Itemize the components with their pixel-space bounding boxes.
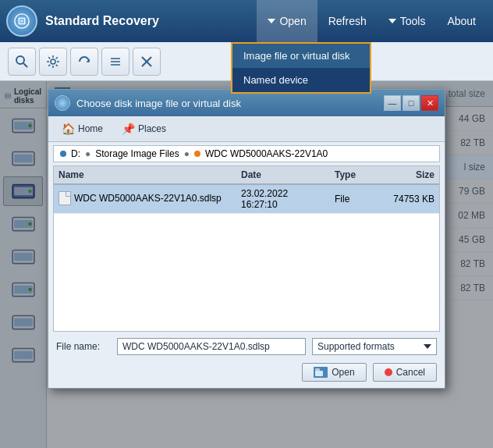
format-select[interactable]: Supported formats: [312, 338, 437, 355]
format-select-arrow-icon: [424, 344, 431, 349]
menu-about[interactable]: About: [436, 0, 487, 42]
file-chooser-modal: Choose disk image file or virtual disk —…: [48, 89, 445, 389]
breadcrumb-dot-drive: [60, 151, 66, 157]
home-icon: 🏠: [62, 123, 75, 135]
breadcrumb-folder2: WDC WD5000AAKS-22V1A0: [205, 148, 328, 159]
file-icon-0: [59, 191, 71, 205]
main-area: Logical disks: [0, 81, 493, 448]
file-size-0: 74753 KB: [377, 190, 439, 208]
file-table-header: Name Date Type Size: [54, 166, 439, 185]
toolbar-search-btn[interactable]: [8, 48, 36, 76]
modal-nav: 🏠 Home 📌 Places: [48, 116, 445, 142]
modal-minimize-btn[interactable]: —: [384, 95, 401, 111]
places-icon: 📌: [122, 123, 135, 135]
svg-rect-51: [315, 371, 323, 376]
open-arrow: [268, 19, 275, 23]
format-select-label: Supported formats: [317, 341, 424, 352]
cancel-button[interactable]: Cancel: [373, 363, 437, 382]
open-dropdown: Image file or virtual disk Named device: [231, 42, 371, 94]
app-title: Standard Recovery: [45, 14, 257, 28]
modal-overlay: Choose disk image file or virtual disk —…: [47, 81, 493, 448]
action-row: Open Cancel: [56, 361, 437, 382]
file-name-0: WDC WD5000AAKS-22V1A0.sdlsp: [54, 188, 236, 211]
file-table: Name Date Type Size WDC WD5000AAKS-22V1A…: [53, 165, 440, 332]
dropdown-image-file[interactable]: Image file or virtual disk: [232, 44, 370, 68]
file-type-0: File: [330, 190, 377, 208]
filename-row: File name: Supported formats: [56, 338, 437, 355]
modal-controls: — □ ✕: [384, 95, 438, 111]
toolbar-refresh-btn[interactable]: [70, 48, 98, 76]
menu-tools[interactable]: Tools: [378, 0, 437, 42]
menu-tools-label: Tools: [400, 15, 426, 27]
open-icon: [314, 367, 328, 378]
modal-footer: File name: Supported formats Open: [48, 332, 445, 388]
modal-title: Choose disk image file or virtual disk: [76, 98, 384, 109]
breadcrumb-dot-folder2: [194, 151, 200, 157]
modal-maximize-btn[interactable]: □: [403, 95, 420, 111]
svg-point-0: [15, 14, 29, 28]
dropdown-named-device[interactable]: Named device: [232, 68, 370, 92]
toolbar-list-btn[interactable]: [101, 48, 129, 76]
filename-input[interactable]: [117, 338, 306, 355]
menu-open[interactable]: Open: [257, 0, 317, 42]
col-header-size: Size: [377, 166, 439, 183]
modal-icon: [55, 95, 70, 111]
file-date-0: 23.02.2022 16:27:10: [236, 185, 330, 213]
col-header-type: Type: [330, 166, 377, 183]
breadcrumb-folder1: Storage Image Files: [95, 148, 179, 159]
nav-places-label: Places: [138, 123, 166, 134]
svg-point-3: [51, 59, 55, 64]
cancel-icon: [385, 368, 392, 376]
nav-places-btn[interactable]: 📌 Places: [115, 119, 173, 138]
breadcrumb-drive: D:: [71, 148, 80, 159]
content-area: Logical disks file system total size 44 …: [47, 81, 493, 448]
file-table-empty-area: [54, 214, 439, 331]
modal-titlebar: Choose disk image file or virtual disk —…: [48, 90, 445, 116]
cancel-label: Cancel: [396, 367, 425, 378]
file-row-0[interactable]: WDC WD5000AAKS-22V1A0.sdlsp 23.02.2022 1…: [54, 185, 439, 214]
toolbar-settings-btn[interactable]: [39, 48, 67, 76]
menu-about-label: About: [447, 15, 476, 27]
col-header-name: Name: [54, 166, 236, 183]
svg-line-2: [23, 63, 27, 67]
toolbar-close-btn[interactable]: [133, 48, 161, 76]
svg-point-1: [16, 56, 24, 64]
filename-label: File name:: [56, 341, 111, 352]
menu-refresh-label: Refresh: [328, 15, 367, 27]
menu-items: Open Refresh Tools About: [257, 0, 487, 42]
modal-close-btn[interactable]: ✕: [421, 95, 438, 111]
open-button[interactable]: Open: [302, 363, 366, 382]
col-header-date: Date: [236, 166, 330, 183]
open-label: Open: [332, 367, 354, 378]
nav-home-label: Home: [78, 123, 103, 134]
menu-refresh[interactable]: Refresh: [317, 0, 378, 42]
tools-arrow: [388, 19, 396, 23]
nav-home-btn[interactable]: 🏠 Home: [55, 119, 110, 138]
app-logo: [6, 5, 37, 37]
menubar: Standard Recovery Open Refresh Tools Abo…: [0, 0, 493, 42]
breadcrumb: D: ● Storage Image Files ● WDC WD5000AAK…: [53, 145, 440, 162]
svg-rect-52: [315, 368, 320, 371]
menu-open-label: Open: [279, 15, 306, 27]
